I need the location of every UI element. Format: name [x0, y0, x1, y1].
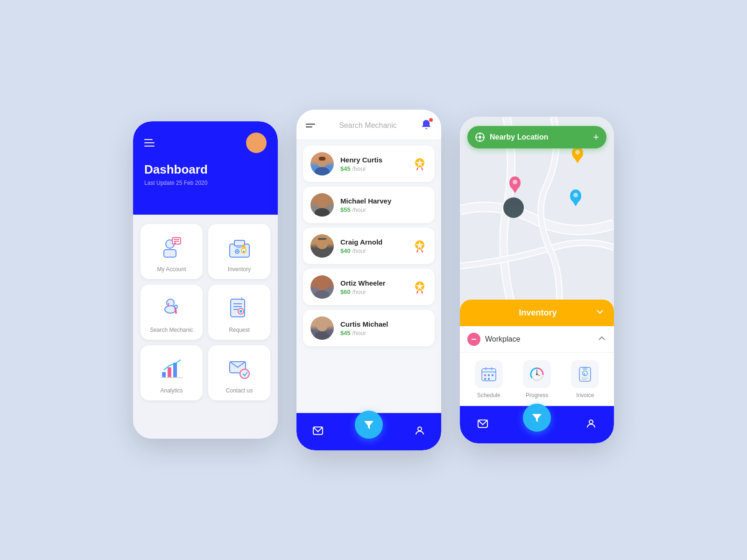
svg-line-39	[417, 168, 418, 170]
analytics-icon	[158, 355, 186, 383]
notification-bell[interactable]	[421, 119, 432, 132]
mechanic-card-michael[interactable]: Michael Harvey $55 /hour	[303, 187, 435, 223]
grid-item-label-analytics: Analytics	[160, 387, 183, 394]
messages-nav-icon[interactable]	[312, 425, 324, 438]
nearby-plus-icon[interactable]: +	[593, 131, 599, 143]
grid-item-contact-us[interactable]: Contact us	[208, 345, 270, 400]
mechanic-name-curtis: Curtis Michael	[340, 320, 406, 328]
profile-nav-icon[interactable]	[414, 425, 425, 438]
invoice-label: Invoice	[576, 392, 594, 399]
phone3-filter-button[interactable]	[523, 404, 551, 432]
svg-rect-30	[173, 363, 177, 378]
phone3-profile-icon[interactable]	[585, 418, 597, 431]
badge-icon-ortiz	[412, 280, 427, 294]
map-area: Nearby Location +	[460, 117, 614, 322]
svg-line-49	[422, 250, 423, 252]
svg-line-48	[417, 250, 418, 252]
grid-item-label-request: Request	[229, 327, 250, 333]
dashboard-grid: My Account	[141, 224, 270, 400]
mechanic-info-michael: Michael Harvey $55 /hour	[340, 197, 406, 213]
mechanic-avatar-curtis	[310, 316, 334, 340]
svg-point-1	[251, 145, 262, 151]
nearby-location-button[interactable]: Nearby Location +	[467, 126, 606, 148]
svg-point-26	[240, 310, 242, 313]
svg-point-71	[573, 193, 578, 197]
map-phone: Nearby Location + Inventory	[460, 117, 614, 443]
menu-icon[interactable]	[144, 139, 155, 147]
workplace-icons: Schedule Progress	[460, 353, 614, 406]
svg-point-68	[575, 150, 580, 154]
svg-point-73	[479, 136, 481, 139]
inventory-header[interactable]: Inventory	[460, 300, 614, 326]
workplace-dot	[467, 333, 480, 346]
workplace-icon-schedule[interactable]: Schedule	[475, 360, 503, 399]
bottom-nav	[296, 413, 441, 450]
svg-line-40	[422, 168, 423, 170]
svg-rect-21	[231, 299, 245, 317]
svg-point-65	[513, 180, 517, 184]
svg-rect-84	[488, 374, 490, 376]
workplace-row: Workplace	[460, 326, 614, 353]
svg-marker-59	[364, 421, 374, 429]
svg-rect-45	[318, 238, 326, 240]
mechanic-rate-henry: $45 /hour	[340, 165, 406, 172]
svg-rect-36	[319, 157, 325, 161]
svg-point-14	[236, 251, 238, 252]
grid-item-search-mechanic[interactable]: Search Mechanic	[141, 285, 203, 340]
svg-rect-93	[583, 367, 587, 370]
notification-dot	[429, 118, 433, 122]
grid-item-my-account[interactable]: My Account	[141, 224, 203, 279]
phone3-messages-icon[interactable]	[477, 418, 488, 431]
mechanic-card-henry[interactable]: Henry Curtis $45 /hour	[303, 146, 435, 182]
mechanic-name-ortiz: Ortiz Wheeler	[340, 279, 406, 287]
inventory-title: Inventory	[480, 308, 595, 318]
svg-text:$: $	[584, 372, 585, 376]
workplace-icon-progress[interactable]: Progress	[523, 360, 551, 399]
mechanic-card-craig[interactable]: Craig Arnold $40 /hour	[303, 228, 435, 264]
svg-rect-29	[168, 367, 171, 378]
mechanic-avatar-henry	[310, 152, 334, 175]
chevron-down-icon[interactable]	[595, 307, 605, 319]
svg-point-60	[418, 427, 422, 431]
my-account-icon	[158, 233, 186, 261]
search-header: Search Mechanic	[296, 110, 441, 140]
svg-rect-3	[164, 250, 176, 257]
svg-point-57	[315, 331, 330, 340]
search-title: Search Mechanic	[339, 121, 397, 130]
inventory-panel: Inventory Workplace	[460, 300, 614, 406]
mechanic-avatar-ortiz	[310, 275, 334, 299]
grid-item-request[interactable]: Request	[208, 285, 270, 340]
svg-rect-12	[236, 247, 241, 248]
mechanic-card-ortiz[interactable]: Ortiz Wheeler $60 /hour	[303, 269, 435, 305]
svg-rect-28	[162, 372, 166, 378]
workplace-chevron-up[interactable]	[597, 334, 606, 345]
dashboard-subtitle: Last Update 25 Feb 2020	[144, 180, 267, 186]
grid-item-label-search-mechanic: Search Mechanic	[150, 327, 193, 333]
mechanic-rate-ortiz: $60 /hour	[340, 288, 406, 295]
filter-button[interactable]	[355, 411, 383, 439]
grid-item-inventory[interactable]: Inventory	[208, 224, 270, 279]
svg-point-19	[175, 305, 177, 308]
mechanic-info-curtis: Curtis Michael $45 /hour	[340, 320, 406, 336]
svg-point-42	[315, 208, 330, 217]
svg-point-50	[317, 279, 328, 290]
mechanic-card-curtis[interactable]: Curtis Michael $45 /hour	[303, 310, 435, 346]
svg-point-0	[253, 137, 260, 145]
nearby-location-text: Nearby Location	[490, 133, 548, 141]
mechanic-info-craig: Craig Arnold $40 /hour	[340, 238, 406, 254]
progress-label: Progress	[526, 392, 548, 399]
contact-icon	[226, 355, 254, 383]
mechanic-name-craig: Craig Arnold	[340, 238, 406, 246]
workplace-icon-invoice[interactable]: $ Invoice	[571, 360, 599, 399]
avatar[interactable]	[246, 133, 267, 153]
svg-point-62	[503, 197, 524, 218]
grid-item-analytics[interactable]: Analytics	[141, 345, 203, 400]
svg-rect-86	[484, 378, 486, 380]
menu-icon[interactable]	[306, 124, 315, 127]
mechanic-name-henry: Henry Curtis	[340, 156, 406, 164]
svg-point-35	[315, 167, 330, 175]
badge-icon-craig	[412, 238, 427, 253]
svg-point-33	[240, 369, 249, 378]
svg-point-44	[315, 249, 330, 258]
svg-point-91	[536, 373, 538, 375]
